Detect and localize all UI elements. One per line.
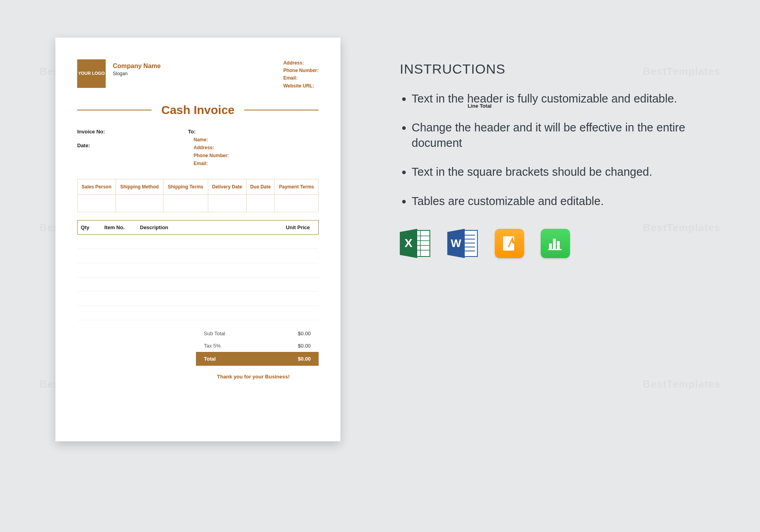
instructions-title: INSTRUCTIONS bbox=[400, 61, 701, 77]
contact-address: Address: bbox=[283, 59, 319, 67]
items-row bbox=[78, 249, 319, 263]
svg-text:X: X bbox=[405, 236, 412, 249]
contact-email: Email: bbox=[283, 74, 319, 82]
instructions-panel: INSTRUCTIONS Text in the header is fully… bbox=[400, 61, 701, 260]
company-name: Company Name bbox=[113, 63, 188, 70]
to-name-label: Name: bbox=[194, 137, 319, 142]
company-slogan: Slogan bbox=[113, 71, 188, 76]
svg-rect-21 bbox=[548, 249, 562, 250]
total-label: Total bbox=[204, 356, 275, 362]
svg-rect-19 bbox=[553, 239, 556, 249]
title-row: Cash Invoice bbox=[77, 103, 319, 117]
tax-value: $0.00 bbox=[275, 343, 311, 349]
invoice-no-label: Invoice No: bbox=[77, 129, 188, 135]
instruction-item: Text in the header is fully customizable… bbox=[412, 91, 701, 106]
tax-row: Tax 5% $0.00 bbox=[196, 340, 319, 352]
to-phone-label: Phone Number: bbox=[194, 153, 319, 158]
to-label: To: bbox=[188, 129, 319, 135]
pages-icon bbox=[495, 229, 524, 258]
word-icon: W bbox=[447, 229, 478, 260]
contact-phone: Phone Number: bbox=[283, 67, 319, 74]
instructions-list: Text in the header is fully customizable… bbox=[400, 91, 701, 209]
watermark: BestTemplates bbox=[643, 378, 720, 390]
date-label: Date: bbox=[77, 142, 188, 148]
subtotal-row: Sub Total $0.00 bbox=[196, 327, 319, 340]
info-header: Due Date bbox=[246, 179, 274, 194]
invoice-document: YOUR LOGO Company Name Slogan Address: P… bbox=[55, 38, 340, 441]
contact-website: Website URL: bbox=[283, 82, 319, 90]
items-header-qty: Qty bbox=[78, 220, 101, 234]
info-table: Sales Person Shipping Method Shipping Te… bbox=[77, 179, 319, 212]
title-rule-left bbox=[77, 110, 152, 110]
items-row bbox=[78, 277, 319, 291]
info-header: Shipping Method bbox=[116, 179, 163, 194]
info-row bbox=[78, 194, 319, 212]
subtotal-value: $0.00 bbox=[275, 331, 311, 336]
meta-right: To: Name: Address: Phone Number: Email: bbox=[188, 129, 319, 169]
excel-icon: X bbox=[400, 229, 431, 260]
svg-rect-18 bbox=[549, 243, 552, 249]
totals-block: Sub Total $0.00 Tax 5% $0.00 Total $0.00 bbox=[196, 327, 319, 366]
items-header-description: Description bbox=[137, 220, 278, 234]
contact-block: Address: Phone Number: Email: Website UR… bbox=[283, 59, 319, 90]
items-row bbox=[78, 263, 319, 277]
items-row bbox=[78, 306, 319, 320]
to-email-label: Email: bbox=[194, 161, 319, 166]
to-address-label: Address: bbox=[194, 145, 319, 150]
svg-text:W: W bbox=[451, 237, 462, 249]
thank-you-text: Thank you for your Business! bbox=[188, 374, 319, 380]
tax-label: Tax 5% bbox=[204, 343, 275, 349]
numbers-icon bbox=[541, 229, 570, 258]
app-icons-row: X W bbox=[400, 229, 701, 260]
items-row bbox=[78, 291, 319, 306]
info-header: Delivery Date bbox=[208, 179, 246, 194]
instruction-item: Change the header and it will be effecti… bbox=[412, 120, 701, 151]
meta-left: Invoice No: Date: bbox=[77, 129, 188, 169]
company-block: Company Name Slogan bbox=[113, 59, 188, 90]
total-value: $0.00 bbox=[275, 356, 311, 362]
svg-rect-20 bbox=[557, 241, 560, 249]
meta-row: Invoice No: Date: To: Name: Address: Pho… bbox=[77, 129, 319, 169]
document-title: Cash Invoice bbox=[161, 103, 234, 117]
document-header: YOUR LOGO Company Name Slogan Address: P… bbox=[77, 59, 319, 90]
instruction-item: Tables are customizable and editable. bbox=[412, 194, 701, 209]
info-header: Sales Person bbox=[78, 179, 116, 194]
info-header: Payment Terms bbox=[275, 179, 319, 194]
items-header-item-no: Item No. bbox=[101, 220, 137, 234]
instruction-item: Text in the square brackets should be ch… bbox=[412, 164, 701, 180]
total-row: Total $0.00 bbox=[196, 352, 319, 366]
title-rule-right bbox=[244, 110, 319, 110]
items-header-unit-price: Unit Price bbox=[278, 220, 317, 234]
info-header: Shipping Terms bbox=[163, 179, 208, 194]
logo-placeholder: YOUR LOGO bbox=[77, 59, 106, 88]
items-row bbox=[78, 234, 319, 249]
items-table: Qty Item No. Description Unit Price Line… bbox=[77, 220, 319, 320]
subtotal-label: Sub Total bbox=[204, 331, 275, 336]
